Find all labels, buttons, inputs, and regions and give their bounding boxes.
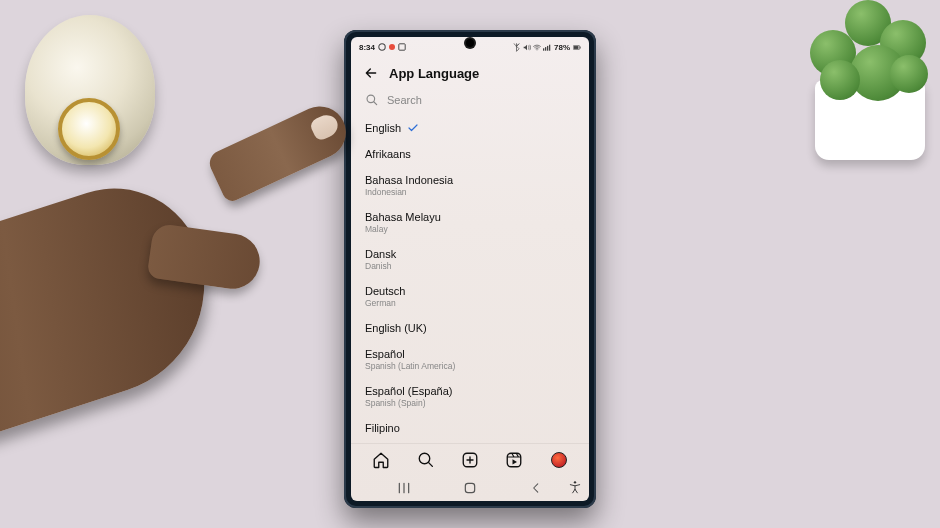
language-subtitle: German: [365, 298, 575, 308]
language-item[interactable]: English: [365, 115, 575, 141]
language-name: English: [365, 122, 575, 134]
language-item[interactable]: Español (España)Spanish (Spain): [365, 378, 575, 415]
home-circle-icon: [462, 480, 478, 496]
desk-object-plant: [790, 0, 940, 160]
bluetooth-icon: [513, 43, 521, 51]
svg-rect-8: [574, 46, 579, 49]
nav-reels-button[interactable]: [505, 451, 523, 469]
nav-search-button[interactable]: [417, 451, 435, 469]
status-indicator-icon: [388, 43, 396, 51]
language-name: Deutsch: [365, 285, 575, 297]
accessibility-icon: [568, 480, 582, 494]
system-nav-bar: [351, 475, 589, 501]
sys-home-button[interactable]: [459, 477, 481, 499]
wifi-icon: [533, 43, 541, 51]
back-button[interactable]: [363, 65, 379, 81]
accessibility-button[interactable]: [567, 479, 583, 495]
status-left-icons: [378, 43, 406, 51]
language-item[interactable]: Filipino: [365, 415, 575, 441]
home-icon: [372, 451, 390, 469]
front-camera: [466, 39, 474, 47]
svg-rect-14: [465, 483, 474, 492]
status-right-icons: [513, 43, 551, 51]
search-icon: [365, 93, 379, 107]
human-hand: [0, 120, 370, 450]
nav-profile-button[interactable]: [550, 451, 568, 469]
nav-create-button[interactable]: [461, 451, 479, 469]
sys-recents-button[interactable]: [393, 477, 415, 499]
language-item[interactable]: English (UK): [365, 315, 575, 341]
recents-icon: [396, 480, 412, 496]
language-item[interactable]: DanskDanish: [365, 241, 575, 278]
status-app-icon: [378, 43, 386, 51]
language-item[interactable]: DeutschGerman: [365, 278, 575, 315]
status-time: 8:34: [359, 43, 375, 52]
avatar-icon: [551, 452, 567, 468]
language-subtitle: Indonesian: [365, 187, 575, 197]
language-name: Afrikaans: [365, 148, 575, 160]
app-bottom-nav: [351, 443, 589, 475]
language-name: Dansk: [365, 248, 575, 260]
sys-back-button[interactable]: [525, 477, 547, 499]
volume-icon: [523, 43, 531, 51]
svg-rect-5: [547, 45, 548, 50]
search-row[interactable]: [351, 87, 589, 115]
phone-screen: 8:34: [351, 37, 589, 501]
language-subtitle: Spanish (Spain): [365, 398, 575, 408]
battery-icon: [573, 43, 581, 51]
search-input[interactable]: [387, 94, 575, 106]
svg-rect-6: [549, 44, 550, 50]
language-item[interactable]: Bahasa IndonesiaIndonesian: [365, 167, 575, 204]
status-battery-text: 78%: [554, 43, 570, 52]
language-name: Español: [365, 348, 575, 360]
language-name: Bahasa Melayu: [365, 211, 575, 223]
arrow-left-icon: [363, 65, 379, 81]
plus-square-icon: [461, 451, 479, 469]
app-header: App Language: [351, 57, 589, 87]
language-name: Bahasa Indonesia: [365, 174, 575, 186]
check-icon: [407, 122, 419, 134]
language-list[interactable]: EnglishAfrikaansBahasa IndonesiaIndonesi…: [351, 115, 589, 443]
language-name: Filipino: [365, 422, 575, 434]
svg-rect-13: [508, 453, 522, 467]
svg-point-0: [379, 44, 385, 50]
language-subtitle: Danish: [365, 261, 575, 271]
language-item[interactable]: Afrikaans: [365, 141, 575, 167]
svg-point-2: [536, 49, 537, 50]
reels-icon: [505, 451, 523, 469]
language-subtitle: Spanish (Latin America): [365, 361, 575, 371]
search-icon: [417, 451, 435, 469]
svg-point-15: [574, 481, 576, 483]
chevron-left-icon: [529, 481, 543, 495]
language-item[interactable]: EspañolSpanish (Latin America): [365, 341, 575, 378]
page-title: App Language: [389, 66, 479, 81]
status-more-icon: [398, 43, 406, 51]
language-subtitle: Malay: [365, 224, 575, 234]
svg-rect-1: [399, 44, 405, 50]
svg-rect-4: [545, 47, 546, 51]
svg-rect-3: [543, 48, 544, 50]
language-name: Español (España): [365, 385, 575, 397]
language-item[interactable]: Bahasa MelayuMalay: [365, 204, 575, 241]
svg-rect-9: [580, 46, 581, 48]
signal-icon: [543, 43, 551, 51]
phone-frame: 8:34: [344, 30, 596, 508]
desk-object-clock: [58, 98, 120, 160]
nav-home-button[interactable]: [372, 451, 390, 469]
language-name: English (UK): [365, 322, 575, 334]
